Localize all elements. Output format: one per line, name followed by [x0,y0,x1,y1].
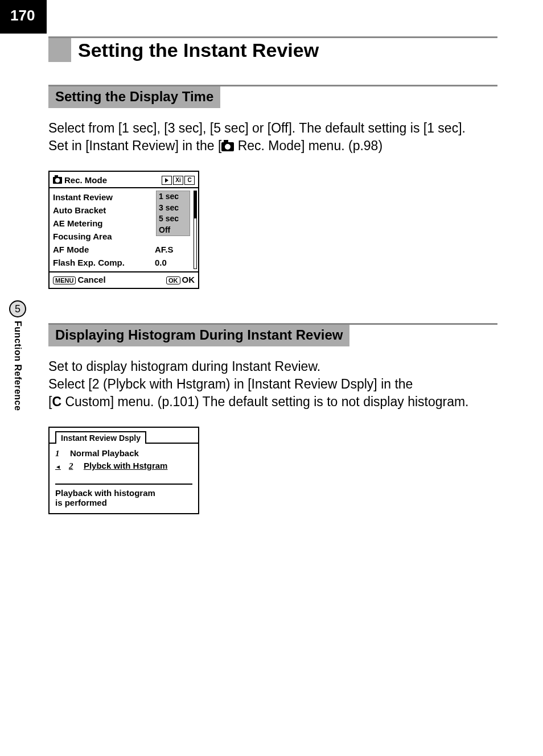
menu-label: Focusing Area [53,230,112,242]
section-1-header: Setting the Display Time [48,86,220,108]
custom-tab-icon: C [184,176,195,185]
section-1-header-bar: Setting the Display Time [48,85,497,108]
page-number: 170 [0,0,47,34]
section2-line2: Select [2 (Plybck with Hstgram) in [Inst… [48,375,497,393]
page-title: Setting the Instant Review [71,38,319,62]
section1-line2a: Set in [Instant Review] in the [ [48,138,221,153]
dropdown-opt-off: Off [157,225,190,236]
section-2-body: Set to display histogram during Instant … [48,358,497,411]
section-1-body: Select from [1 sec], [3 sec], [5 sec] or… [48,119,497,155]
menu-label: Flash Exp. Comp. [53,257,125,268]
section1-line1: Select from [1 sec], [3 sec], [5 sec] or… [48,119,497,137]
setup-tab-icon: Xi [173,176,183,185]
menu-label: AE Metering [53,217,103,229]
camera-icon [53,177,62,184]
menu-label: Auto Bracket [53,204,106,216]
menu-row-flash-exp: Flash Exp. Comp. 0.0 [53,256,195,269]
section-2-header-bar: Displaying Histogram During Instant Revi… [48,323,497,346]
hist-opt-1: 1 Normal Playback [55,447,192,460]
instant-review-dsply-menu: Instant Review Dsply 1 Normal Playback 2… [48,427,199,514]
custom-menu-c: C [52,394,61,409]
hist-tab-row: Instant Review Dsply [50,428,198,444]
menu-footer: MENUCancel OKOK [50,272,198,288]
menu-value: AF.S [155,243,195,255]
menu-label: AF Mode [53,243,89,255]
hist-desc-line2: is performed [55,498,192,507]
opt-label: Plybck with Hstgram [84,460,168,472]
rec-mode-menu: Rec. Mode Xi C Instant Review 1 sec Auto… [48,171,199,289]
section1-line2: Set in [Instant Review] in the [ Rec. Mo… [48,137,497,155]
scrollbar [194,191,197,269]
hist-tab: Instant Review Dsply [55,431,146,444]
menu-cancel-label: Cancel [77,275,105,284]
selection-indicator-icon [55,460,63,472]
hist-desc-line1: Playback with histogram [55,488,192,498]
hist-options: 1 Normal Playback 2 Plybck with Hstgram [50,443,198,473]
section2-line3b: Custom] menu. (p.101) The default settin… [61,394,469,409]
dropdown-opt-5sec: 5 sec [157,213,190,225]
opt-num: 1 [55,448,64,460]
section1-line2b: Rec. Mode] menu. (p.98) [234,138,382,153]
hist-desc: Playback with histogram is performed [55,484,192,513]
menu-footer-right: OKOK [166,275,195,284]
opt-label: Normal Playback [70,447,139,459]
section2-line3: [C Custom] menu. (p.101) The default set… [48,393,497,411]
menu-title-text: Rec. Mode [64,175,107,185]
menu-value: 0.0 [155,257,195,268]
menu-button-icon: MENU [53,276,76,284]
hist-opt-2: 2 Plybck with Hstgram [55,460,192,472]
camera-icon [221,142,234,151]
menu-row-af-mode: AF Mode AF.S [53,243,195,256]
title-accent [48,38,71,62]
section-2-header: Displaying Histogram During Instant Revi… [48,325,349,346]
dropdown-opt-1sec: 1 sec [157,191,190,203]
playback-tab-icon [162,176,172,185]
menu-title-row: Rec. Mode Xi C [50,172,198,187]
menu-ok-label: OK [182,275,195,284]
dropdown-opt-3sec: 3 sec [157,203,190,214]
menu-title-left: Rec. Mode [53,175,107,185]
opt-num: 2 [69,460,78,472]
ok-button-icon: OK [166,276,180,284]
chapter-side-tab: 5 Function Reference [9,300,26,411]
menu-tabs: Xi C [162,176,195,185]
menu-items: Instant Review 1 sec Auto Bracket AE Met… [50,187,198,272]
section2-line1: Set to display histogram during Instant … [48,358,497,375]
menu-footer-left: MENUCancel [53,275,106,284]
instant-review-dropdown: 1 sec 3 sec 5 sec Off [156,191,190,236]
main-title-bar: Setting the Instant Review [48,36,497,62]
chapter-number: 5 [9,300,26,317]
menu-label: Instant Review [53,191,113,203]
chapter-label: Function Reference [13,321,23,411]
